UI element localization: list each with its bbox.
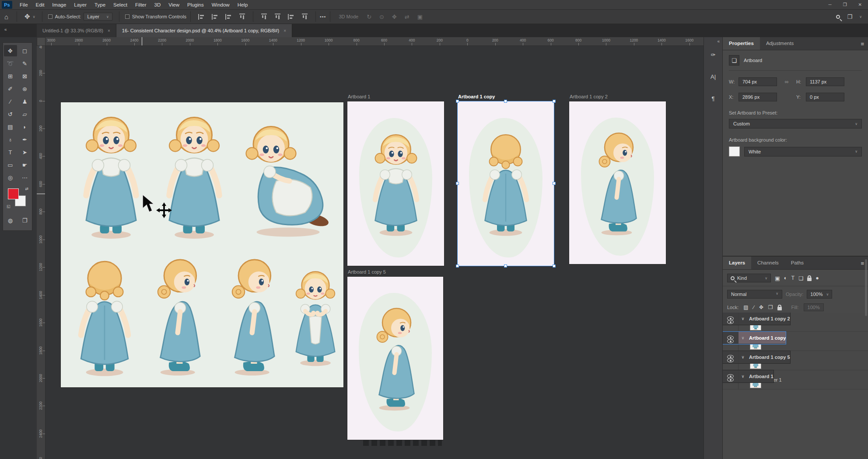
toolbar-tool[interactable]: ◎ <box>4 172 17 183</box>
ruler-origin-corner[interactable] <box>37 37 46 46</box>
tool-preset[interactable]: ✥ ∨ <box>21 13 38 21</box>
layer-name[interactable]: Artboard 1 copy 2 <box>749 316 790 321</box>
more-align-options-button[interactable]: ••• <box>320 14 326 19</box>
menu-item[interactable]: Window <box>208 2 234 7</box>
toolbar-bottom-button[interactable]: ❐ <box>18 215 32 226</box>
document-tab-character-design[interactable]: 16- Consistent Character design.psd @ 40… <box>116 24 292 37</box>
lock-all-icon[interactable] <box>777 307 782 310</box>
x-field[interactable]: 2896 px <box>738 93 777 101</box>
align-bottom-icon[interactable] <box>275 14 280 20</box>
distribute-h-icon[interactable] <box>288 14 294 20</box>
collapsed-panel-icon[interactable]: ✑ <box>707 49 720 61</box>
toolbar-tool[interactable]: ⋯ <box>18 172 32 183</box>
toolbar-tool[interactable]: ↺ <box>4 108 17 120</box>
artboard-1-copy-5[interactable]: Artboard 1 copy 5 <box>347 277 443 440</box>
eye-icon[interactable] <box>727 358 734 362</box>
eye-icon[interactable] <box>727 320 734 324</box>
menu-item[interactable]: 3D <box>150 2 165 7</box>
artboard-label[interactable]: Artboard 1 <box>348 94 370 99</box>
auto-select-checkbox[interactable] <box>48 14 52 19</box>
pasteboard[interactable]: Artboard 1 Artboard 1 copy Artbo <box>46 46 704 459</box>
toolbar-bottom-button[interactable]: ◍ <box>4 215 17 226</box>
close-icon[interactable]: × <box>284 28 286 33</box>
preset-dropdown[interactable]: Custom ∨ <box>729 119 862 129</box>
transform-handle[interactable] <box>553 100 556 103</box>
toolbar-tool[interactable]: ◗ <box>18 121 32 132</box>
menu-item[interactable]: File <box>16 2 32 7</box>
auto-select-target-dropdown[interactable]: Layer ∨ <box>84 13 112 21</box>
eye-icon[interactable] <box>727 378 734 382</box>
align-right-icon[interactable] <box>225 14 232 20</box>
menu-item[interactable]: Plugins <box>183 2 208 7</box>
filter-adjustment-layers-icon[interactable]: ◐ <box>784 275 788 281</box>
lock-transparency-icon[interactable]: ▨ <box>743 304 748 310</box>
search-icon[interactable] <box>836 15 840 19</box>
artboard-bg-color-swatch[interactable] <box>729 146 740 156</box>
artboard-1[interactable]: Artboard 1 <box>347 101 444 266</box>
transform-handle[interactable] <box>553 182 556 185</box>
home-icon[interactable]: ⌂ <box>0 13 13 21</box>
height-field[interactable]: 1137 px <box>806 77 844 86</box>
layer-name[interactable]: Artboard 1 copy <box>749 335 786 341</box>
chevron-down-icon[interactable]: ∨ <box>738 355 747 359</box>
toolbar-tool[interactable]: ⊛ <box>18 83 32 94</box>
artboard-1-copy[interactable]: Artboard 1 copy <box>458 101 554 266</box>
artboard-bg-color-dropdown[interactable]: White ∨ <box>744 147 862 156</box>
swap-colors-icon[interactable]: ⇄ <box>25 187 28 191</box>
layer-name[interactable]: Artboard 1 copy 5 <box>749 355 790 360</box>
tab-properties[interactable]: Properties <box>723 37 760 50</box>
filter-locked-layers-icon[interactable] <box>807 278 812 281</box>
align-middle-icon[interactable] <box>261 14 267 20</box>
toolbar-tool[interactable]: ✎ <box>18 58 32 69</box>
toolbar-tool[interactable]: ➰ <box>4 58 17 69</box>
distribute-v-icon[interactable] <box>302 14 308 20</box>
toolbar-collapse-icon[interactable]: « <box>4 27 7 32</box>
align-left-icon[interactable] <box>198 14 205 20</box>
chevron-down-icon[interactable]: ∨ <box>738 316 747 321</box>
toolbar-tool[interactable]: T <box>4 146 17 158</box>
window-control-icon[interactable]: ✕ <box>858 2 862 7</box>
lock-position-icon[interactable]: ✥ <box>759 304 763 310</box>
toolbar-tool[interactable]: ✥ <box>4 45 17 56</box>
toolbar-tool[interactable]: ◻ <box>18 45 32 56</box>
window-control-icon[interactable]: ─ <box>829 2 832 7</box>
artboard-label[interactable]: Artboard 1 copy 2 <box>570 94 608 99</box>
transform-handle[interactable] <box>553 264 556 268</box>
expand-panels-icon[interactable]: « <box>717 39 720 44</box>
y-field[interactable]: 0 px <box>806 93 844 101</box>
document-tab-untitled[interactable]: Untitled-1 @ 33.3% (RGB/8) × <box>37 24 116 37</box>
toolbar-tool[interactable]: ▭ <box>4 159 17 170</box>
toolbar-tool[interactable]: ▱ <box>18 108 32 120</box>
opacity-field[interactable]: 100% ∨ <box>807 290 832 299</box>
toolbar-tool[interactable]: ✒ <box>18 134 32 145</box>
menu-item[interactable]: Filter <box>131 2 150 7</box>
toolbar-tool[interactable]: ➤ <box>18 146 32 158</box>
tab-layers[interactable]: Layers <box>723 257 751 269</box>
toolbar-tool[interactable]: ☛ <box>18 159 32 170</box>
artboard-label[interactable]: Artboard 1 copy 5 <box>348 269 386 275</box>
default-colors-icon[interactable]: ◱ <box>7 204 10 209</box>
foreground-color-swatch[interactable] <box>8 188 19 199</box>
toolbar-tool[interactable]: ♟ <box>18 96 32 107</box>
align-top-icon[interactable] <box>239 14 245 20</box>
chevron-down-icon[interactable]: ∨ <box>738 374 747 379</box>
chevron-down-icon[interactable]: ∨ <box>738 336 747 340</box>
filter-shape-layers-icon[interactable]: ❏ <box>798 275 803 282</box>
blend-mode-dropdown[interactable]: Normal ∨ <box>727 290 782 299</box>
toolbar-tool[interactable]: ✐ <box>4 83 17 94</box>
tab-paths[interactable]: Paths <box>785 257 810 269</box>
fill-field[interactable]: 100% <box>804 303 824 311</box>
transform-handle[interactable] <box>456 182 459 185</box>
workspace-switcher-icon[interactable]: ❐ <box>847 14 852 20</box>
collapsed-panel-icon[interactable]: A| <box>707 70 720 83</box>
character-reference-image[interactable] <box>61 102 343 387</box>
close-icon[interactable]: × <box>108 28 110 33</box>
menu-item[interactable]: View <box>164 2 183 7</box>
toolbar-tool[interactable]: ⊠ <box>18 70 32 82</box>
menu-item[interactable]: Layer <box>70 2 91 7</box>
toolbar-tool[interactable]: ♁ <box>4 134 17 145</box>
link-dimensions-icon[interactable]: ∞ <box>777 79 796 85</box>
transform-handle[interactable] <box>456 100 459 103</box>
toolbar-tool[interactable]: ∕ <box>4 96 17 107</box>
align-center-h-icon[interactable] <box>212 14 218 20</box>
